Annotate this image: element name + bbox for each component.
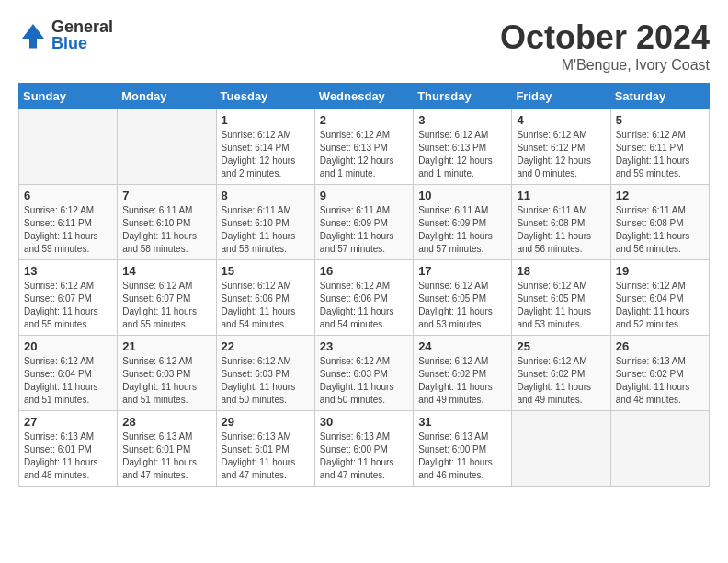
- calendar-cell: 7 Sunrise: 6:11 AM Sunset: 6:10 PM Dayli…: [118, 185, 216, 260]
- calendar-cell: 22 Sunrise: 6:12 AM Sunset: 6:03 PM Dayl…: [216, 336, 314, 411]
- calendar-week-row: 6 Sunrise: 6:12 AM Sunset: 6:11 PM Dayli…: [19, 185, 710, 260]
- day-number: 7: [122, 189, 210, 202]
- calendar-cell: 16 Sunrise: 6:12 AM Sunset: 6:06 PM Dayl…: [314, 260, 413, 336]
- calendar-cell: 23 Sunrise: 6:12 AM Sunset: 6:03 PM Dayl…: [314, 336, 413, 411]
- calendar-cell: 5 Sunrise: 6:12 AM Sunset: 6:11 PM Dayli…: [610, 109, 709, 185]
- day-info: Sunrise: 6:13 AM Sunset: 6:01 PM Dayligh…: [122, 431, 210, 482]
- day-number: 17: [418, 264, 506, 278]
- calendar-cell: 19 Sunrise: 6:12 AM Sunset: 6:04 PM Dayl…: [610, 260, 709, 336]
- day-info: Sunrise: 6:12 AM Sunset: 6:03 PM Dayligh…: [222, 355, 310, 407]
- calendar-cell: [19, 109, 118, 185]
- calendar-cell: 6 Sunrise: 6:12 AM Sunset: 6:11 PM Dayli…: [19, 185, 118, 260]
- day-info: Sunrise: 6:12 AM Sunset: 6:12 PM Dayligh…: [517, 129, 605, 180]
- day-number: 27: [24, 415, 112, 429]
- calendar-cell: 29 Sunrise: 6:13 AM Sunset: 6:01 PM Dayl…: [216, 411, 314, 487]
- day-info: Sunrise: 6:12 AM Sunset: 6:05 PM Dayligh…: [418, 280, 506, 331]
- day-info: Sunrise: 6:11 AM Sunset: 6:08 PM Dayligh…: [517, 204, 605, 256]
- day-number: 11: [517, 189, 605, 202]
- day-info: Sunrise: 6:12 AM Sunset: 6:11 PM Dayligh…: [24, 204, 112, 256]
- day-number: 13: [24, 264, 112, 278]
- calendar-cell: 14 Sunrise: 6:12 AM Sunset: 6:07 PM Dayl…: [118, 260, 216, 336]
- day-info: Sunrise: 6:12 AM Sunset: 6:02 PM Dayligh…: [517, 355, 605, 407]
- svg-marker-0: [22, 24, 44, 48]
- day-info: Sunrise: 6:12 AM Sunset: 6:06 PM Dayligh…: [320, 280, 408, 331]
- day-info: Sunrise: 6:12 AM Sunset: 6:05 PM Dayligh…: [517, 280, 605, 331]
- day-info: Sunrise: 6:12 AM Sunset: 6:14 PM Dayligh…: [222, 129, 310, 180]
- day-number: 23: [320, 339, 408, 353]
- calendar-cell: 20 Sunrise: 6:12 AM Sunset: 6:04 PM Dayl…: [19, 336, 118, 411]
- day-info: Sunrise: 6:11 AM Sunset: 6:09 PM Dayligh…: [418, 204, 506, 256]
- day-info: Sunrise: 6:12 AM Sunset: 6:06 PM Dayligh…: [222, 280, 310, 331]
- location-title: M'Bengue, Ivory Coast: [500, 57, 710, 74]
- day-info: Sunrise: 6:11 AM Sunset: 6:10 PM Dayligh…: [222, 204, 310, 256]
- weekday-header-sunday: Sunday: [19, 84, 118, 109]
- calendar-cell: 21 Sunrise: 6:12 AM Sunset: 6:03 PM Dayl…: [118, 336, 216, 411]
- day-info: Sunrise: 6:13 AM Sunset: 6:01 PM Dayligh…: [222, 431, 310, 482]
- calendar-cell: 18 Sunrise: 6:12 AM Sunset: 6:05 PM Dayl…: [512, 260, 610, 336]
- day-number: 31: [418, 415, 506, 429]
- calendar-cell: 2 Sunrise: 6:12 AM Sunset: 6:13 PM Dayli…: [314, 109, 413, 185]
- day-info: Sunrise: 6:12 AM Sunset: 6:03 PM Dayligh…: [320, 355, 408, 407]
- day-number: 14: [122, 264, 210, 278]
- logo-general-text: General: [51, 18, 113, 35]
- weekday-header-friday: Friday: [512, 84, 610, 109]
- calendar-cell: 28 Sunrise: 6:13 AM Sunset: 6:01 PM Dayl…: [118, 411, 216, 487]
- calendar-cell: 31 Sunrise: 6:13 AM Sunset: 6:00 PM Dayl…: [414, 411, 512, 487]
- day-info: Sunrise: 6:13 AM Sunset: 6:01 PM Dayligh…: [24, 431, 112, 482]
- calendar-cell: 3 Sunrise: 6:12 AM Sunset: 6:13 PM Dayli…: [414, 109, 512, 185]
- calendar-cell: 26 Sunrise: 6:13 AM Sunset: 6:02 PM Dayl…: [610, 336, 709, 411]
- day-info: Sunrise: 6:12 AM Sunset: 6:11 PM Dayligh…: [616, 129, 704, 180]
- weekday-header-thursday: Thursday: [414, 84, 512, 109]
- logo-icon: [18, 20, 48, 50]
- day-number: 5: [616, 113, 704, 127]
- day-number: 4: [517, 113, 605, 127]
- calendar-cell: 15 Sunrise: 6:12 AM Sunset: 6:06 PM Dayl…: [216, 260, 314, 336]
- calendar-week-row: 20 Sunrise: 6:12 AM Sunset: 6:04 PM Dayl…: [19, 336, 710, 411]
- weekday-header-monday: Monday: [118, 84, 216, 109]
- day-number: 22: [222, 339, 310, 353]
- calendar-cell: 12 Sunrise: 6:11 AM Sunset: 6:08 PM Dayl…: [610, 185, 709, 260]
- weekday-header-saturday: Saturday: [610, 84, 709, 109]
- calendar-cell: 9 Sunrise: 6:11 AM Sunset: 6:09 PM Dayli…: [314, 185, 413, 260]
- day-number: 9: [320, 189, 408, 202]
- calendar-cell: 10 Sunrise: 6:11 AM Sunset: 6:09 PM Dayl…: [414, 185, 512, 260]
- day-number: 25: [517, 339, 605, 353]
- calendar-cell: 17 Sunrise: 6:12 AM Sunset: 6:05 PM Dayl…: [414, 260, 512, 336]
- calendar-cell: 4 Sunrise: 6:12 AM Sunset: 6:12 PM Dayli…: [512, 109, 610, 185]
- day-number: 3: [418, 113, 506, 127]
- weekday-header-wednesday: Wednesday: [314, 84, 413, 109]
- day-number: 16: [320, 264, 408, 278]
- calendar-cell: [118, 109, 216, 185]
- calendar-cell: 11 Sunrise: 6:11 AM Sunset: 6:08 PM Dayl…: [512, 185, 610, 260]
- day-number: 6: [24, 189, 112, 202]
- logo-blue-text: Blue: [51, 35, 113, 52]
- day-info: Sunrise: 6:12 AM Sunset: 6:07 PM Dayligh…: [122, 280, 210, 331]
- weekday-header-row: SundayMondayTuesdayWednesdayThursdayFrid…: [19, 84, 710, 109]
- day-number: 26: [616, 339, 704, 353]
- day-info: Sunrise: 6:13 AM Sunset: 6:00 PM Dayligh…: [320, 431, 408, 482]
- calendar-table: SundayMondayTuesdayWednesdayThursdayFrid…: [18, 83, 710, 487]
- day-number: 29: [222, 415, 310, 429]
- day-info: Sunrise: 6:12 AM Sunset: 6:04 PM Dayligh…: [24, 355, 112, 407]
- calendar-cell: 8 Sunrise: 6:11 AM Sunset: 6:10 PM Dayli…: [216, 185, 314, 260]
- calendar-cell: 24 Sunrise: 6:12 AM Sunset: 6:02 PM Dayl…: [414, 336, 512, 411]
- day-info: Sunrise: 6:13 AM Sunset: 6:00 PM Dayligh…: [418, 431, 506, 482]
- day-info: Sunrise: 6:12 AM Sunset: 6:13 PM Dayligh…: [418, 129, 506, 180]
- page-header: General Blue October 2024 M'Bengue, Ivor…: [18, 18, 710, 74]
- day-number: 18: [517, 264, 605, 278]
- day-info: Sunrise: 6:12 AM Sunset: 6:02 PM Dayligh…: [418, 355, 506, 407]
- calendar-cell: 13 Sunrise: 6:12 AM Sunset: 6:07 PM Dayl…: [19, 260, 118, 336]
- day-info: Sunrise: 6:11 AM Sunset: 6:10 PM Dayligh…: [122, 204, 210, 256]
- calendar-cell: 1 Sunrise: 6:12 AM Sunset: 6:14 PM Dayli…: [216, 109, 314, 185]
- calendar-cell: [512, 411, 610, 487]
- day-number: 1: [222, 113, 310, 127]
- calendar-week-row: 27 Sunrise: 6:13 AM Sunset: 6:01 PM Dayl…: [19, 411, 710, 487]
- day-number: 30: [320, 415, 408, 429]
- title-block: October 2024 M'Bengue, Ivory Coast: [500, 18, 710, 74]
- day-number: 28: [122, 415, 210, 429]
- day-info: Sunrise: 6:12 AM Sunset: 6:03 PM Dayligh…: [122, 355, 210, 407]
- day-number: 20: [24, 339, 112, 353]
- day-number: 24: [418, 339, 506, 353]
- calendar-week-row: 13 Sunrise: 6:12 AM Sunset: 6:07 PM Dayl…: [19, 260, 710, 336]
- day-info: Sunrise: 6:12 AM Sunset: 6:07 PM Dayligh…: [24, 280, 112, 331]
